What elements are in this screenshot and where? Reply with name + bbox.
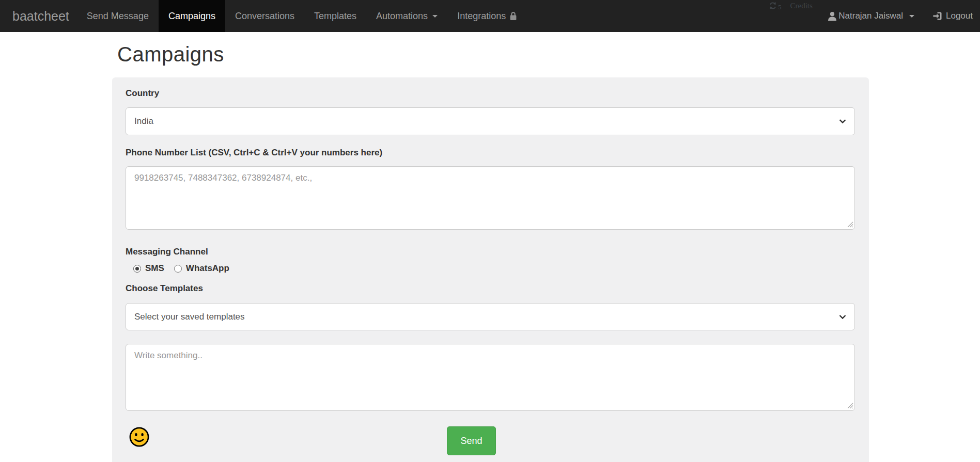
campaign-form-panel: Country India Phone Number List (CSV, Ct…: [112, 77, 869, 462]
chevron-down-icon: [432, 15, 438, 18]
brand-link[interactable]: baatcheet: [0, 0, 77, 32]
phone-list-field: [126, 166, 855, 230]
credits-label: Credits: [790, 2, 813, 10]
emoji-smiley-icon[interactable]: [129, 426, 150, 448]
nav-item-send-message[interactable]: Send Message: [77, 0, 159, 32]
send-button[interactable]: Send: [447, 426, 496, 455]
message-input[interactable]: [126, 344, 855, 411]
chevron-down-icon: [839, 314, 846, 319]
country-select-value: India: [134, 116, 153, 126]
nav-item-templates[interactable]: Templates: [304, 0, 366, 32]
lock-icon: [509, 11, 517, 21]
phone-list-label: Phone Number List (CSV, Ctrl+C & Ctrl+V …: [126, 148, 382, 158]
nav-item-conversations[interactable]: Conversations: [225, 0, 304, 32]
radio-sms-label: SMS: [145, 263, 164, 274]
phone-list-input[interactable]: [126, 166, 855, 230]
credits-count: 5: [778, 3, 782, 11]
logout-icon: [932, 11, 942, 21]
logout-button[interactable]: Logout: [932, 11, 973, 21]
nav-item-label: Automations: [376, 0, 428, 32]
nav-right: Natrajan Jaiswal Logout: [828, 0, 973, 32]
chevron-down-icon: [909, 15, 914, 18]
radio-icon: [174, 265, 182, 273]
nav-item-campaigns[interactable]: Campaigns: [159, 0, 225, 32]
nav-item-label: Integrations: [457, 0, 506, 32]
refresh-icon: [768, 2, 777, 10]
nav-item-integrations[interactable]: Integrations: [447, 0, 527, 32]
radio-sms[interactable]: SMS: [133, 263, 164, 274]
chevron-down-icon: [839, 119, 846, 124]
nav-items: Send Message Campaigns Conversations Tem…: [77, 0, 527, 32]
templates-select-value: Select your saved templates: [134, 312, 245, 322]
messaging-channel-label: Messaging Channel: [126, 247, 208, 257]
radio-whatsapp-label: WhatsApp: [186, 263, 229, 274]
user-name: Natrajan Jaiswal: [838, 11, 903, 21]
country-label: Country: [126, 88, 159, 99]
templates-select[interactable]: Select your saved templates: [126, 303, 855, 330]
radio-icon: [133, 265, 141, 273]
message-field: [126, 344, 855, 411]
country-select[interactable]: India: [126, 107, 855, 135]
page-title: Campaigns: [117, 43, 224, 66]
choose-templates-label: Choose Templates: [126, 283, 203, 294]
user-icon: [828, 11, 837, 21]
logout-label: Logout: [946, 11, 973, 21]
navbar: baatcheet Send Message Campaigns Convers…: [0, 0, 980, 32]
messaging-channel-options: SMS WhatsApp: [133, 262, 239, 275]
radio-whatsapp[interactable]: WhatsApp: [174, 263, 229, 274]
nav-item-automations[interactable]: Automations: [366, 0, 447, 32]
user-menu[interactable]: Natrajan Jaiswal: [828, 11, 914, 21]
credits-indicator[interactable]: 5 Credits: [768, 1, 813, 11]
